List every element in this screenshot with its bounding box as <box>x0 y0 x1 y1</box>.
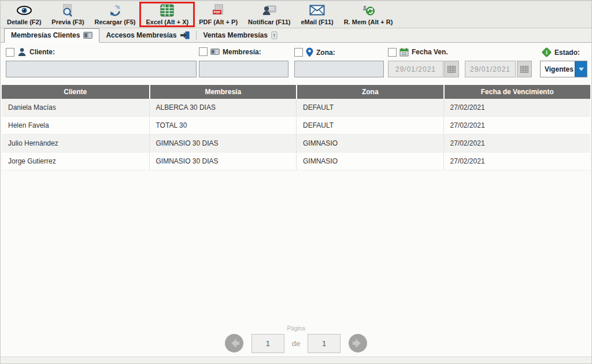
detalle-label: Detalle (F2) <box>7 18 41 25</box>
fecha-filter-label: Fecha Ven. <box>412 48 448 56</box>
cell-fecha: 27/02/2021 <box>443 135 591 152</box>
cell-fecha: 27/02/2021 <box>443 153 591 170</box>
refresh-icon <box>109 4 121 17</box>
cell-zona: GIMNASIO <box>296 153 443 170</box>
estado-filter-label: Estado: <box>554 49 580 57</box>
notificar-button[interactable]: Notificar (F11) <box>243 1 295 28</box>
page-separator-label: de <box>292 339 300 348</box>
renew-membership-label: R. Mem (Alt + R) <box>344 18 393 25</box>
current-page-input[interactable] <box>251 334 284 353</box>
pdf-label: PDF (Alt + P) <box>199 18 238 25</box>
tab-ventas-membresias-label: Ventas Membresías <box>203 31 267 39</box>
cell-cliente: Daniela Macías <box>2 99 149 116</box>
tab-bar: Membresías Clientes Accesos Membresías V… <box>1 28 591 43</box>
email-button[interactable]: eMail (F11) <box>295 1 338 28</box>
filter-panel: Cliente: Membresía: Zona: <box>1 43 591 85</box>
calendar-icon <box>399 47 409 57</box>
cell-membresia: GIMNASIO 30 DIAS <box>149 153 297 170</box>
renew-membership-button[interactable]: R. Mem (Alt + R) <box>339 1 398 28</box>
zona-input[interactable] <box>294 61 384 77</box>
recargar-label: Recargar (F5) <box>95 18 136 25</box>
previa-label: Previa (F3) <box>51 18 84 25</box>
membership-table: Cliente Membresía Zona Fecha de Vencimie… <box>2 85 590 170</box>
tab-accesos-membresias-label: Accesos Membresías <box>106 31 176 39</box>
cell-zona: DEFAULT <box>296 99 443 116</box>
door-entry-icon <box>180 31 190 39</box>
column-header-fecha[interactable]: Fecha de Vencimiento <box>443 85 591 99</box>
column-header-zona[interactable]: Zona <box>296 85 443 99</box>
fecha-filter-checkbox[interactable] <box>388 48 397 57</box>
tab-membresias-clientes[interactable]: Membresías Clientes <box>4 28 99 43</box>
next-page-button[interactable] <box>348 333 368 353</box>
estado-dropdown-button[interactable] <box>575 61 587 77</box>
svg-text:i: i <box>546 50 547 55</box>
cell-cliente: Julio Hernández <box>2 135 149 152</box>
tab-membresias-clientes-label: Membresías Clientes <box>11 31 80 39</box>
excel-button[interactable]: X Excel (Alt + X) <box>140 1 194 28</box>
sales-icon <box>271 31 278 39</box>
excel-icon: X <box>160 4 174 17</box>
pdf-icon: PDF <box>212 4 225 17</box>
estado-dropdown[interactable]: Vigentes <box>540 61 587 77</box>
id-card-icon <box>83 32 92 39</box>
fecha-desde-input[interactable] <box>388 61 443 77</box>
membresia-filter-checkbox[interactable] <box>199 47 208 56</box>
table-row[interactable]: Julio Hernández GIMNASIO 30 DIAS GIMNASI… <box>2 135 590 153</box>
eye-icon <box>16 4 32 17</box>
svg-text:X: X <box>162 4 164 8</box>
cell-fecha: 27/02/2021 <box>443 117 591 134</box>
pagination: Página de <box>1 325 591 353</box>
chevron-down-icon <box>579 68 584 71</box>
cliente-input[interactable] <box>6 61 197 77</box>
table-row[interactable]: Daniela Macías ALBERCA 30 DIAS DEFAULT 2… <box>2 99 590 117</box>
email-icon <box>309 4 325 17</box>
notify-icon <box>262 4 277 17</box>
fecha-desde-calendar-button[interactable] <box>444 61 459 77</box>
membresia-filter-label: Membresía: <box>223 48 261 56</box>
table-body: Daniela Macías ALBERCA 30 DIAS DEFAULT 2… <box>2 99 590 170</box>
cell-zona: GIMNASIO <box>296 135 443 152</box>
excel-label: Excel (Alt + X) <box>146 18 188 25</box>
preview-icon <box>62 4 73 17</box>
calendar-grid-icon <box>447 66 456 73</box>
notificar-label: Notificar (F11) <box>248 18 290 25</box>
previa-button[interactable]: Previa (F3) <box>46 1 89 28</box>
tab-ventas-membresias[interactable]: Ventas Membresías <box>197 29 283 42</box>
estado-dropdown-value: Vigentes <box>541 65 575 73</box>
cell-membresia: GIMNASIO 30 DIAS <box>149 135 297 152</box>
previous-page-button[interactable] <box>224 333 244 353</box>
membresia-input[interactable] <box>199 61 288 77</box>
recargar-button[interactable]: Recargar (F5) <box>90 1 141 28</box>
pdf-button[interactable]: PDF PDF (Alt + P) <box>194 1 243 28</box>
id-card-icon <box>210 49 220 55</box>
map-pin-icon <box>306 47 313 57</box>
column-header-cliente[interactable]: Cliente <box>2 85 149 99</box>
cell-cliente: Jorge Gutierrez <box>2 153 149 170</box>
total-pages-input[interactable] <box>308 334 341 353</box>
cell-zona: DEFAULT <box>296 117 443 134</box>
table-header-row: Cliente Membresía Zona Fecha de Vencimie… <box>2 85 590 99</box>
toolbar: Detalle (F2) Previa (F3) Recargar (F5) <box>1 1 591 28</box>
table-row[interactable]: Jorge Gutierrez GIMNASIO 30 DIAS GIMNASI… <box>2 153 590 170</box>
table-row[interactable]: Helen Favela TOTAL 30 DEFAULT 27/02/2021 <box>2 117 590 135</box>
cell-membresia: TOTAL 30 <box>149 117 297 134</box>
column-header-membresia[interactable]: Membresía <box>149 85 297 99</box>
info-icon: i <box>542 47 552 57</box>
cell-cliente: Helen Favela <box>2 117 149 134</box>
person-icon <box>17 47 27 57</box>
email-label: eMail (F11) <box>301 18 333 25</box>
cell-membresia: ALBERCA 30 DIAS <box>149 99 297 116</box>
zona-filter-label: Zona: <box>316 49 335 57</box>
detalle-button[interactable]: Detalle (F2) <box>2 1 46 28</box>
cliente-filter-label: Cliente: <box>29 48 55 56</box>
fecha-hasta-input[interactable] <box>465 61 516 77</box>
svg-text:PDF: PDF <box>213 10 220 14</box>
cliente-filter-checkbox[interactable] <box>6 48 14 57</box>
footer-strip <box>1 356 591 363</box>
tab-accesos-membresias[interactable]: Accesos Membresías <box>99 29 196 42</box>
cell-fecha: 27/02/2021 <box>443 99 591 116</box>
zona-filter-checkbox[interactable] <box>294 48 303 57</box>
fecha-hasta-calendar-button[interactable] <box>517 61 532 77</box>
pagination-title: Página <box>1 325 591 332</box>
renew-membership-icon <box>361 4 376 17</box>
